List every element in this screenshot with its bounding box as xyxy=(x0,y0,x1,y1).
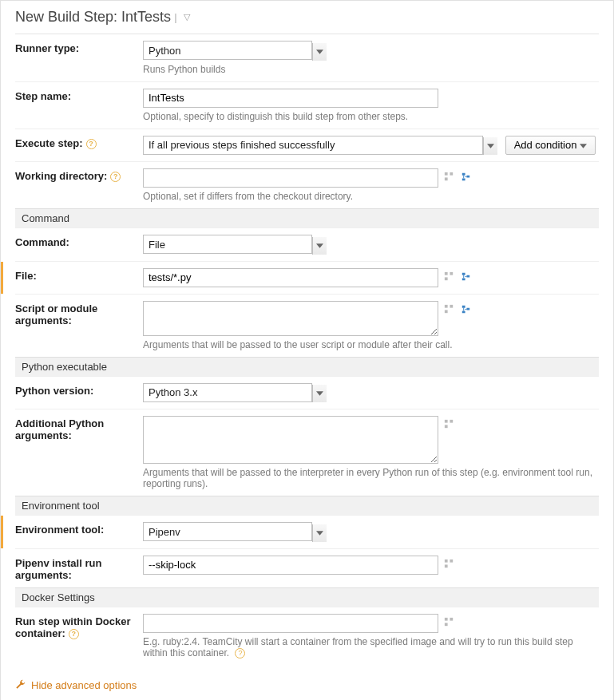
add-condition-button[interactable]: Add condition xyxy=(505,136,596,155)
runner-type-select[interactable]: Python xyxy=(143,41,327,61)
svg-rect-11 xyxy=(445,425,448,428)
working-dir-label: Working directory:? xyxy=(15,162,143,209)
svg-rect-12 xyxy=(445,559,448,562)
env-tool-select[interactable]: Pipenv xyxy=(143,522,327,542)
chevron-down-icon xyxy=(316,49,323,54)
additional-args-hint: Arguments that will be passed to the int… xyxy=(143,467,599,489)
svg-rect-13 xyxy=(450,559,453,562)
script-args-hint: Arguments that will be passed to the use… xyxy=(143,339,599,350)
svg-rect-16 xyxy=(450,617,453,620)
svg-rect-2 xyxy=(445,177,448,180)
section-python-exec: Python executable xyxy=(15,357,599,376)
chevron-down-icon xyxy=(580,144,587,148)
svg-rect-4 xyxy=(450,271,453,275)
svg-rect-17 xyxy=(445,623,448,626)
chevron-down-icon xyxy=(316,531,323,536)
help-icon[interactable]: ? xyxy=(86,139,97,149)
section-command: Command xyxy=(15,209,599,228)
svg-rect-15 xyxy=(445,617,448,620)
env-tool-label: Environment tool: xyxy=(15,516,143,549)
step-name-label: Step name: xyxy=(15,81,143,129)
step-name-hint: Optional, specify to distinguish this bu… xyxy=(143,111,599,122)
chevron-down-icon xyxy=(316,391,323,396)
python-version-select[interactable]: Python 3.x xyxy=(143,383,327,403)
execute-step-select[interactable]: If all previous steps finished successfu… xyxy=(143,136,497,156)
python-version-label: Python version: xyxy=(15,376,143,409)
chevron-down-icon xyxy=(316,243,323,248)
tree-picker-icon[interactable] xyxy=(460,171,472,183)
working-dir-input[interactable] xyxy=(143,168,438,188)
vcs-picker-icon[interactable] xyxy=(443,418,455,430)
additional-args-input[interactable] xyxy=(143,416,438,464)
vcs-picker-icon[interactable] xyxy=(443,558,455,570)
docker-container-label: Run step within Dockercontainer:? xyxy=(15,607,143,665)
page-title: New Build Step: IntTests xyxy=(15,9,171,26)
command-select[interactable]: File xyxy=(143,235,327,255)
svg-rect-5 xyxy=(445,277,448,280)
section-env-tool: Environment tool xyxy=(15,496,599,516)
svg-rect-10 xyxy=(450,420,453,423)
additional-args-label: Additional Pythonarguments: xyxy=(15,409,143,496)
script-args-input[interactable] xyxy=(143,301,438,336)
step-name-input[interactable] xyxy=(143,89,438,108)
vcs-picker-icon[interactable] xyxy=(443,271,455,283)
runner-type-label: Runner type: xyxy=(15,34,143,82)
svg-rect-3 xyxy=(445,271,448,275)
section-docker: Docker Settings xyxy=(15,587,599,607)
svg-rect-6 xyxy=(445,304,448,307)
title-separator: | xyxy=(174,11,176,23)
command-label: Command: xyxy=(15,228,143,262)
docker-container-input[interactable] xyxy=(143,614,438,633)
pipenv-args-input[interactable] xyxy=(143,556,438,575)
file-label: File: xyxy=(15,261,143,294)
svg-rect-8 xyxy=(445,310,448,313)
vcs-picker-icon[interactable] xyxy=(443,171,455,183)
pipenv-args-label: Pipenv install runarguments: xyxy=(15,548,143,587)
chevron-down-icon xyxy=(487,144,494,148)
svg-rect-1 xyxy=(450,172,453,176)
file-input[interactable] xyxy=(143,268,438,287)
tree-picker-icon[interactable] xyxy=(460,303,472,315)
tree-picker-icon[interactable] xyxy=(460,271,472,283)
docker-container-hint: E.g. ruby:2.4. TeamCity will start a con… xyxy=(143,636,599,658)
help-icon[interactable]: ? xyxy=(110,172,121,182)
script-args-label: Script or modulearguments: xyxy=(15,294,143,357)
wrench-icon xyxy=(15,679,26,690)
execute-step-label: Execute step:? xyxy=(15,129,143,162)
reorder-icon[interactable]: ▽ xyxy=(184,12,190,22)
svg-rect-7 xyxy=(450,304,453,307)
svg-rect-14 xyxy=(445,564,448,568)
advanced-options-toggle[interactable]: Hide advanced options xyxy=(15,679,137,691)
working-dir-hint: Optional, set if differs from the checko… xyxy=(143,191,599,202)
help-icon[interactable]: ? xyxy=(69,629,79,639)
vcs-picker-icon[interactable] xyxy=(443,303,455,315)
runner-type-hint: Runs Python builds xyxy=(143,64,599,75)
svg-rect-0 xyxy=(445,172,448,176)
svg-rect-9 xyxy=(445,420,448,423)
help-icon[interactable]: ? xyxy=(235,648,245,658)
vcs-picker-icon[interactable] xyxy=(443,616,455,628)
